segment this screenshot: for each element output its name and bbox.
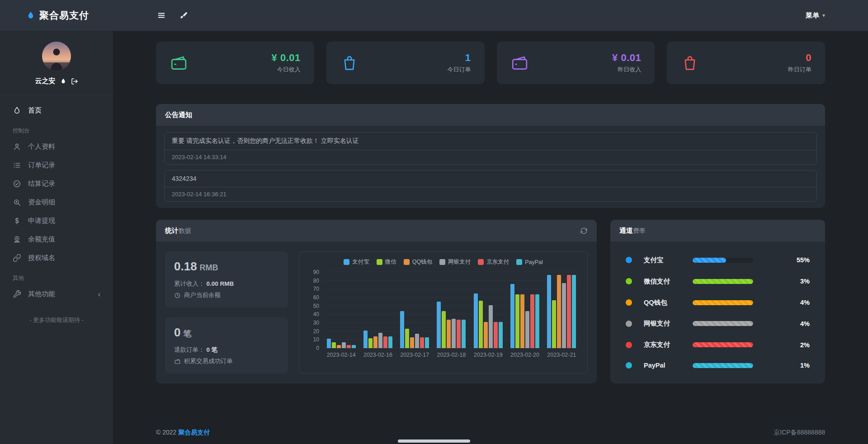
legend-item-PayPal[interactable]: PayPal [516,258,543,266]
bar-PayPal[interactable] [425,337,429,348]
bar-网银支付[interactable] [415,334,419,348]
bar-网银支付[interactable] [525,311,529,348]
bar-网银支付[interactable] [489,305,493,348]
bar-微信[interactable] [332,342,336,348]
announcement-item[interactable]: 重要 请完成实名认证，否则您的商户无法正常收款！ 立即实名认证 2023-02-… [164,132,817,165]
legend-label: QQ钱包 [412,258,432,266]
bar-网银支付[interactable] [452,319,456,348]
channel-progress-fill [693,258,726,263]
sidebar-section-console: 控制台 [0,120,113,137]
channel-dot [626,342,632,348]
sidebar-menu: 首页 控制台 个人资料订单记录结算记录资金明细申请提现余额充值授权域名 其他 其… [0,95,113,324]
sidebar-item-profile[interactable]: 个人资料 [0,137,113,156]
bar-QQ钱包[interactable] [520,294,524,348]
bar-微信[interactable] [442,311,446,348]
menu-dropdown[interactable]: 菜单 ▾ [806,11,825,20]
x-axis-label: 2023-02-18 [437,352,466,358]
legend-label: PayPal [525,259,543,265]
bar-网银支付[interactable] [342,342,346,348]
y-axis-label: 0 [307,345,319,351]
stat-card-yesterday-income: ¥ 0.01昨日收入 [497,42,655,84]
bar-微信[interactable] [552,300,556,348]
wallet-icon [510,53,529,72]
bag-icon [680,53,699,72]
bar-PayPal[interactable] [462,320,466,348]
bar-京东支付[interactable] [383,336,387,348]
legend-swatch [344,259,349,265]
bar-QQ钱包[interactable] [447,320,451,348]
bar-PayPal[interactable] [572,275,576,348]
legend-item-京东支付[interactable]: 京东支付 [478,258,509,266]
channel-progress-track [693,342,753,347]
sidebar-item-withdraw[interactable]: 申请提现 [0,212,113,230]
balance-line-label: 累计收入： [174,280,205,287]
bar-京东支付[interactable] [494,322,498,348]
sidebar-item-funds[interactable]: 资金明细 [0,193,113,212]
bar-PayPal[interactable] [388,336,392,348]
bar-QQ钱包[interactable] [373,336,377,348]
sidebar-item-orders[interactable]: 订单记录 [0,156,113,175]
bar-京东支付[interactable] [420,337,424,348]
sidebar-item-settlement[interactable]: 结算记录 [0,175,113,193]
bar-支付宝[interactable] [474,293,478,348]
bar-QQ钱包[interactable] [337,345,341,348]
bar-京东支付[interactable] [457,320,461,348]
horizontal-scrollbar-thumb[interactable] [398,439,470,443]
channel-name: 京东支付 [644,340,693,349]
x-axis-label: 2023-02-17 [400,352,429,358]
legend-item-微信[interactable]: 微信 [377,258,396,266]
bar-QQ钱包[interactable] [484,322,488,348]
wallet-icon [170,53,189,72]
bar-微信[interactable] [368,338,373,348]
announcement-text[interactable]: 重要 请完成实名认证，否则您的商户无法正常收款！ 立即实名认证 [165,132,816,150]
bar-支付宝[interactable] [510,284,514,348]
stat-card-today-income: ¥ 0.01今日收入 [156,42,314,84]
channel-progress-fill [693,279,753,284]
balance-caption: 商户当前余额 [184,291,221,299]
avatar[interactable] [42,42,71,71]
sidebar-item-label: 申请提现 [28,217,55,225]
legend-item-QQ钱包[interactable]: QQ钱包 [404,258,432,266]
announcement-item[interactable]: 4324234 2023-02-14 16:36:21 [164,170,817,202]
bar-京东支付[interactable] [530,294,534,348]
announcement-text[interactable]: 4324234 [165,170,816,187]
bar-支付宝[interactable] [327,339,331,348]
bar-PayPal[interactable] [535,294,539,348]
legend-swatch [478,259,484,265]
bar-PayPal[interactable] [499,322,503,348]
hamburger-icon[interactable] [157,11,166,20]
bar-支付宝[interactable] [437,302,441,348]
refresh-icon[interactable] [580,227,588,235]
bar-QQ钱包[interactable] [410,337,414,348]
bar-微信[interactable] [479,301,483,348]
bar-京东支付[interactable] [567,275,571,348]
bar-支付宝[interactable] [547,275,551,348]
legend-swatch [404,259,410,265]
bar-京东支付[interactable] [347,345,351,348]
brush-icon[interactable] [179,11,188,20]
footer-icp: 京ICP备88888888 [774,429,825,437]
bar-QQ钱包[interactable] [557,275,561,348]
channel-rates-panel: 通道费率 支付宝55%微信支付3%QQ钱包4%网银支付4%京东支付2%PayPa… [610,220,825,383]
y-axis-label: 60 [307,294,319,301]
sidebar-item-other-功能[interactable]: 其他功能 ‹ [0,285,113,303]
bar-网银支付[interactable] [562,283,566,348]
bar-PayPal[interactable] [352,345,356,348]
orders-value: 0 [174,326,180,339]
channel-progress-track [693,300,753,305]
bar-支付宝[interactable] [400,311,404,348]
brand[interactable]: 聚合易支付 [0,9,113,22]
legend-item-网银支付[interactable]: 网银支付 [439,258,471,266]
logout-icon[interactable] [71,78,78,85]
channel-dot [626,321,632,327]
bar-网银支付[interactable] [378,333,382,348]
sidebar-item-recharge[interactable]: 余额充值 [0,230,113,249]
legend-item-支付宝[interactable]: 支付宝 [344,258,369,266]
bar-微信[interactable] [405,329,409,348]
sidebar-item-domains[interactable]: 授权域名 [0,249,113,267]
bar-支付宝[interactable] [363,331,368,348]
footer-brand-link[interactable]: 聚合易支付 [178,429,210,436]
sidebar-item-home[interactable]: 首页 [0,101,113,120]
bar-微信[interactable] [515,294,519,348]
check-circle-icon [13,179,21,188]
